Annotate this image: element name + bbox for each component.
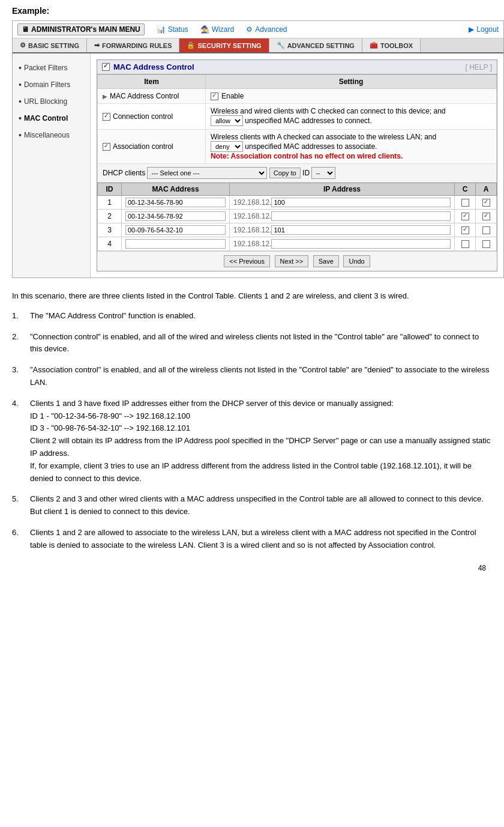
copy-to-button[interactable]: Copy to: [269, 168, 301, 178]
sidebar-item-domain-filters[interactable]: Domain Filters: [13, 76, 90, 93]
previous-button[interactable]: << Previous: [224, 255, 270, 267]
toolbox-icon: 🧰: [370, 41, 378, 49]
list-content-4: Clients 1 and 3 have fixed IP addresses …: [30, 398, 492, 485]
help-link[interactable]: [ HELP ]: [466, 63, 492, 71]
main-content: Packet Filters Domain Filters URL Blocki…: [13, 53, 503, 277]
table-row: 4 192.168.12.: [98, 237, 497, 251]
association-checkbox[interactable]: [103, 143, 110, 151]
sidebar-item-url-blocking[interactable]: URL Blocking: [13, 93, 90, 110]
list-number: 6.: [12, 527, 30, 552]
sidebar: Packet Filters Domain Filters URL Blocki…: [13, 53, 91, 277]
c-checkbox-1[interactable]: [461, 199, 469, 207]
enable-label: Enable: [211, 92, 491, 100]
tab-security-setting[interactable]: 🔒 SECURITY SETTING: [179, 38, 269, 52]
description-list: 1. The "MAC Address Control" function is…: [12, 310, 492, 552]
list-number: 4.: [12, 398, 30, 485]
col-c: C: [455, 183, 476, 196]
c-checkbox-4[interactable]: [461, 240, 469, 248]
tab-forwarding-rules[interactable]: ➡ FORWARDING RULES: [87, 38, 180, 52]
advanced-setting-icon: 🔧: [277, 41, 285, 49]
basic-setting-icon: ⚙: [20, 41, 26, 49]
table-row: 2 192.168.12.: [98, 210, 497, 223]
security-icon: 🔒: [187, 41, 195, 49]
tab-advanced-setting[interactable]: 🔧 ADVANCED SETTING: [269, 38, 362, 52]
advanced-nav[interactable]: ⚙ Advanced: [246, 25, 287, 34]
c-checkbox-3[interactable]: [461, 226, 469, 234]
admin-icon: 🖥: [22, 25, 29, 34]
undo-button[interactable]: Undo: [343, 255, 370, 267]
status-nav[interactable]: 📊 Status: [157, 25, 188, 34]
mac-item-label: ▶ MAC Address Control: [103, 92, 200, 100]
page-container: Example: 🖥 ADMINISTRATOR's MAIN MENU 📊 S…: [0, 0, 504, 584]
col-mac-address: MAC Address: [122, 183, 230, 196]
router-ui: 🖥 ADMINISTRATOR's MAIN MENU 📊 Status 🧙 W…: [12, 20, 504, 278]
a-checkbox-2[interactable]: [482, 213, 490, 220]
table-row: 3 192.168.12.: [98, 223, 497, 237]
dhcp-clients-select[interactable]: --- Select one ---: [147, 167, 267, 179]
col-header-item: Item: [98, 75, 206, 89]
list-item: 6. Clients 1 and 2 are allowed to associ…: [12, 527, 492, 552]
ip-input-3[interactable]: [271, 225, 451, 235]
list-item: 3. "Association control" is enabled, and…: [12, 364, 492, 389]
table-row: 1 192.168.12.: [98, 196, 497, 210]
control-table: ID MAC Address IP Address C A 1: [97, 183, 497, 251]
status-icon: 📊: [157, 25, 166, 34]
col-ip-address: IP Address: [230, 183, 455, 196]
mac-input-1[interactable]: [125, 198, 226, 207]
mac-input-2[interactable]: [125, 211, 226, 221]
top-nav: 🖥 ADMINISTRATOR's MAIN MENU 📊 Status 🧙 W…: [13, 21, 503, 38]
sidebar-item-packet-filters[interactable]: Packet Filters: [13, 59, 90, 76]
a-checkbox-4[interactable]: [482, 240, 490, 248]
next-button[interactable]: Next >>: [275, 255, 309, 267]
list-item: 2. "Connection control" is enabled, and …: [12, 331, 492, 356]
list-number: 1.: [12, 310, 30, 323]
a-checkbox-1[interactable]: [482, 199, 490, 207]
wizard-nav[interactable]: 🧙 Wizard: [200, 25, 234, 34]
tab-toolbox[interactable]: 🧰 TOOLBOX: [362, 38, 421, 52]
logout-icon: ▶: [469, 25, 474, 34]
mac-input-4[interactable]: [125, 239, 226, 249]
description-intro: In this scenario, there are three client…: [12, 290, 492, 303]
col-id: ID: [98, 183, 122, 196]
allow-select[interactable]: allow deny: [211, 115, 243, 126]
sidebar-item-mac-control[interactable]: MAC Control: [13, 110, 90, 127]
mac-enable-checkbox[interactable]: [211, 92, 218, 100]
arrow-icon: ▶: [103, 93, 107, 100]
association-control-row: Association control Wireless clients wit…: [98, 130, 497, 164]
association-item-label: Association control: [103, 142, 200, 151]
dhcp-row: DHCP clients --- Select one --- Copy to …: [98, 164, 497, 183]
list-number: 2.: [12, 331, 30, 356]
association-note: Note: Association control has no effect …: [211, 152, 403, 160]
deny-select[interactable]: deny allow: [211, 141, 243, 152]
advanced-icon: ⚙: [246, 25, 253, 34]
list-content: The "MAC Address Control" function is en…: [30, 310, 492, 323]
col-a: A: [476, 183, 497, 196]
wizard-icon: 🧙: [200, 25, 209, 34]
tab-basic-setting[interactable]: ⚙ BASIC SETTING: [13, 38, 87, 52]
list-item: 5. Clients 2 and 3 and other wired clien…: [12, 493, 492, 518]
logout-nav[interactable]: ▶ Logout: [469, 25, 499, 34]
forwarding-icon: ➡: [94, 41, 100, 49]
ip-input-2[interactable]: [271, 211, 451, 221]
admin-main-menu[interactable]: 🖥 ADMINISTRATOR's MAIN MENU: [17, 23, 145, 35]
example-title: Example:: [12, 6, 492, 16]
mac-input-3[interactable]: [125, 225, 226, 235]
ip-input-1[interactable]: [271, 198, 451, 207]
mac-control-title: MAC Address Control: [102, 62, 194, 71]
ip-input-4[interactable]: [271, 239, 451, 249]
connection-checkbox[interactable]: [103, 113, 110, 121]
list-item: 4. Clients 1 and 3 have fixed IP address…: [12, 398, 492, 485]
tab-bar: ⚙ BASIC SETTING ➡ FORWARDING RULES 🔒 SEC…: [13, 38, 503, 53]
list-number: 5.: [12, 493, 30, 518]
page-number: 48: [12, 564, 492, 572]
mac-control-checkbox-header[interactable]: [102, 63, 110, 71]
mac-address-control-row: ▶ MAC Address Control Enable: [98, 89, 497, 104]
sidebar-item-miscellaneous[interactable]: Miscellaneous: [13, 127, 90, 144]
id-select[interactable]: -- 1 2 3 4: [311, 167, 335, 179]
save-button[interactable]: Save: [313, 255, 339, 267]
list-content: "Connection control" is enabled, and all…: [30, 331, 492, 356]
settings-table: Item Setting ▶ MAC Address Control: [97, 74, 497, 183]
c-checkbox-2[interactable]: [461, 213, 469, 220]
a-checkbox-3[interactable]: [482, 226, 490, 234]
list-content: Clients 2 and 3 and other wired clients …: [30, 493, 492, 518]
